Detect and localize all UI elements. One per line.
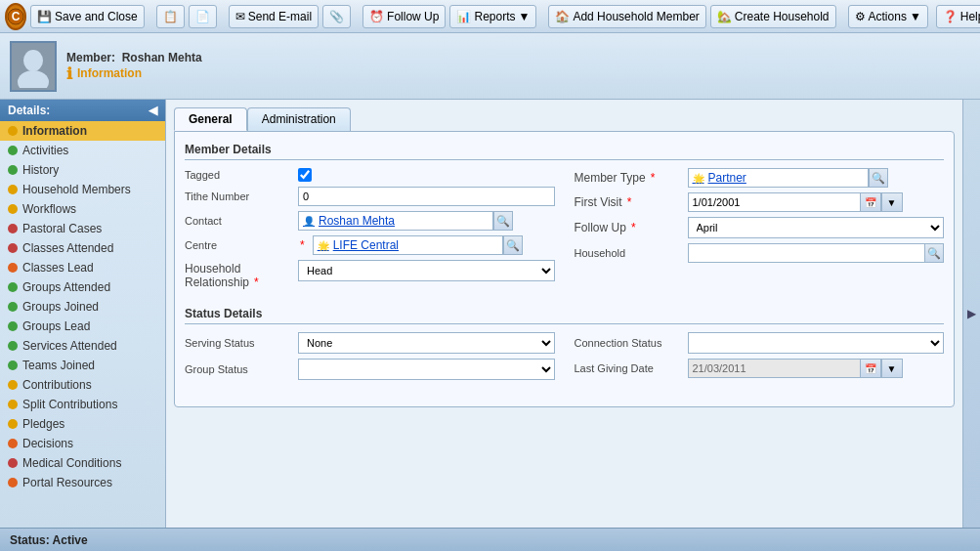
add-household-button[interactable]: 🏠 Add Household Member	[548, 5, 705, 28]
connection-status-select[interactable]	[688, 332, 945, 354]
tab-general[interactable]: General	[174, 107, 247, 131]
sidebar-item-classes-attended[interactable]: Classes Attended	[0, 238, 165, 258]
first-visit-row: First Visit * 📅 ▼	[575, 192, 945, 212]
centre-row: Centre * 🌟 LIFE Central 🔍	[185, 235, 555, 255]
household-wrapper: 🔍	[688, 243, 945, 263]
help-icon: ❓	[943, 10, 958, 23]
tagged-checkbox[interactable]	[298, 168, 312, 182]
sidebar-item-decisions[interactable]: Decisions	[0, 434, 165, 453]
copy-button[interactable]: 📋	[156, 5, 185, 28]
actions-dropdown-icon: ▼	[910, 10, 921, 23]
sidebar-item-groups-joined[interactable]: Groups Joined	[0, 297, 165, 317]
centre-required: *	[300, 238, 305, 252]
sidebar-dot-household	[8, 185, 18, 194]
household-search-button[interactable]: 🔍	[924, 243, 944, 263]
group-status-select[interactable]	[298, 359, 555, 380]
scroll-right-icon: ▶	[967, 307, 976, 320]
followup-icon: ⏰	[369, 10, 384, 23]
toolbar: C 💾 Save and Close 📋 📄 ✉ Send E-mail 📎 ⏰…	[0, 0, 980, 33]
actions-icon: ⚙	[855, 10, 866, 23]
sidebar-dot-groups-attended	[8, 282, 18, 292]
sidebar-item-pastoral-cases[interactable]: Pastoral Cases	[0, 219, 165, 238]
first-visit-input[interactable]	[688, 192, 860, 212]
group-status-label: Group Status	[185, 363, 292, 375]
add-household-icon: 🏠	[555, 10, 570, 23]
member-type-link[interactable]: 🌟 Partner	[688, 168, 869, 188]
content-area: General Administration Member Details Ta…	[166, 100, 962, 528]
centre-link[interactable]: 🌟 LIFE Central	[313, 235, 503, 255]
contact-search-button[interactable]: 🔍	[493, 211, 513, 231]
svg-point-3	[23, 50, 43, 71]
email-icon: ✉	[235, 10, 245, 23]
follow-up-select[interactable]: April January February March May	[688, 217, 945, 238]
contact-label: Contact	[185, 215, 292, 227]
sidebar: Details: ◀ Information Activities Histor…	[0, 100, 166, 528]
sidebar-dot-services-attended	[8, 341, 18, 351]
sidebar-collapse-icon[interactable]: ◀	[149, 104, 157, 117]
first-visit-date-wrapper: 📅 ▼	[688, 192, 903, 212]
household-input[interactable]	[688, 243, 925, 263]
sidebar-item-activities[interactable]: Activities	[0, 141, 165, 160]
first-visit-dropdown-button[interactable]: ▼	[881, 192, 903, 212]
sidebar-item-pledges[interactable]: Pledges	[0, 414, 165, 434]
member-type-search-button[interactable]: 🔍	[869, 168, 888, 188]
tab-administration[interactable]: Administration	[247, 107, 351, 131]
paste-button[interactable]: 📄	[189, 5, 217, 28]
sidebar-item-medical-conditions[interactable]: Medical Conditions	[0, 453, 165, 473]
household-rel-select[interactable]: Head Spouse Child	[298, 260, 555, 281]
form-section-left: Tagged Tithe Number Contact 👤	[185, 168, 555, 294]
follow-up-button[interactable]: ⏰ Follow Up	[362, 5, 446, 28]
tithe-number-label: Tithe Number	[185, 191, 292, 202]
centre-search-button[interactable]: 🔍	[503, 235, 523, 255]
right-scroll-button[interactable]: ▶	[962, 100, 980, 528]
member-label-name: Member: Roshan Mehta	[66, 50, 202, 64]
attachment-button[interactable]: 📎	[322, 5, 351, 28]
sidebar-item-contributions[interactable]: Contributions	[0, 375, 165, 395]
sidebar-item-groups-lead[interactable]: Groups Lead	[0, 317, 165, 336]
sidebar-item-information[interactable]: Information	[0, 121, 165, 141]
sidebar-item-classes-lead[interactable]: Classes Lead	[0, 258, 165, 277]
save-close-button[interactable]: 💾 Save and Close	[30, 5, 145, 28]
first-visit-calendar-button[interactable]: 📅	[860, 192, 881, 212]
follow-up-row: Follow Up * April January February March…	[575, 217, 945, 238]
tithe-number-input[interactable]	[298, 187, 555, 206]
help-button[interactable]: ❓ Help ▼	[936, 5, 980, 28]
sidebar-dot-teams-joined	[8, 360, 18, 370]
sidebar-dot-classes-attended	[8, 243, 18, 253]
sidebar-dot-split-contributions	[8, 400, 18, 409]
copy-icon: 📋	[163, 10, 178, 23]
main-layout: Details: ◀ Information Activities Histor…	[0, 100, 980, 528]
svg-text:C: C	[12, 10, 21, 23]
tagged-label: Tagged	[185, 169, 292, 181]
sidebar-item-household-members[interactable]: Household Members	[0, 180, 165, 199]
reports-button[interactable]: 📊 Reports ▼	[449, 5, 536, 28]
sidebar-item-portal-resources[interactable]: Portal Resources	[0, 473, 165, 492]
last-giving-date-calendar-button[interactable]: 📅	[860, 359, 881, 378]
send-email-button[interactable]: ✉ Send E-mail	[229, 5, 319, 28]
last-giving-date-input[interactable]	[688, 359, 860, 378]
serving-status-select[interactable]: None Active Inactive	[298, 332, 555, 354]
sidebar-item-workflows[interactable]: Workflows	[0, 199, 165, 219]
household-label: Household	[575, 247, 682, 259]
sidebar-item-teams-joined[interactable]: Teams Joined	[0, 356, 165, 375]
group-status-row: Group Status	[185, 359, 555, 380]
contact-input-wrapper: 👤 Roshan Mehta 🔍	[298, 211, 555, 231]
sidebar-item-history[interactable]: History	[0, 160, 165, 180]
create-household-button[interactable]: 🏡 Create Household	[710, 5, 836, 28]
reports-dropdown-icon: ▼	[519, 10, 531, 23]
household-rel-row: Household Relationship * Head Spouse Chi…	[185, 260, 555, 289]
tagged-row: Tagged	[185, 168, 555, 182]
contact-link[interactable]: 👤 Roshan Mehta	[298, 211, 493, 231]
actions-button[interactable]: ⚙ Actions ▼	[848, 5, 928, 28]
sidebar-item-services-attended[interactable]: Services Attended	[0, 336, 165, 356]
sidebar-item-groups-attended[interactable]: Groups Attended	[0, 277, 165, 297]
member-type-wrapper: 🌟 Partner 🔍	[688, 168, 945, 188]
last-giving-date-row: Last Giving Date 📅 ▼	[575, 359, 945, 378]
sidebar-dot-contributions	[8, 380, 18, 390]
member-avatar	[10, 41, 57, 92]
sidebar-item-split-contributions[interactable]: Split Contributions	[0, 395, 165, 414]
last-giving-date-dropdown-button[interactable]: ▼	[881, 359, 903, 378]
last-giving-date-label: Last Giving Date	[575, 362, 682, 374]
connection-status-row: Connection Status	[575, 332, 945, 354]
connection-status-label: Connection Status	[575, 337, 682, 349]
